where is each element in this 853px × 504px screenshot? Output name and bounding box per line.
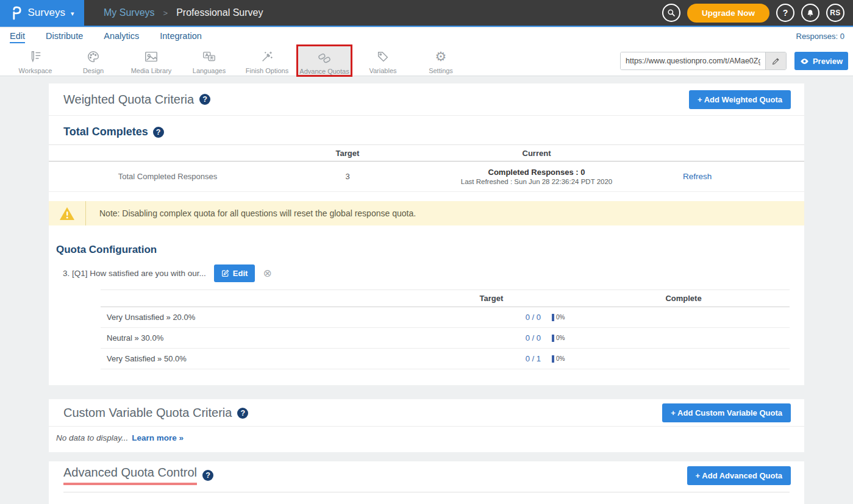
- toolbar-item-design[interactable]: Design: [65, 49, 121, 74]
- quota-row-progress: 0%: [541, 335, 577, 342]
- image-icon: [144, 50, 159, 63]
- quota-row-target: 0 / 1: [442, 354, 541, 363]
- upgrade-now-button[interactable]: Upgrade Now: [687, 4, 769, 23]
- total-completes-heading: Total Completes ?: [63, 126, 790, 138]
- gear-icon: ⚙: [435, 50, 447, 63]
- survey-url-input[interactable]: [621, 52, 765, 69]
- tag-icon: [376, 50, 390, 63]
- toolbar-item-advance-quotas[interactable]: Advance Quotas: [296, 44, 352, 77]
- refresh-link[interactable]: Refresh: [665, 172, 804, 181]
- learn-more-link[interactable]: Learn more »: [132, 433, 184, 442]
- quota-row-target: 0 / 0: [442, 333, 541, 343]
- quota-row-label: Very Unsatisfied » 20.0%: [101, 313, 442, 322]
- advanced-quota-title: Advanced Quota Control ?: [63, 466, 213, 485]
- toolbar-item-settings[interactable]: ⚙ Settings: [413, 49, 469, 74]
- custom-variable-help-icon[interactable]: ?: [237, 408, 248, 419]
- avatar[interactable]: RS: [826, 4, 844, 22]
- toolbar-label-advance-quotas: Advance Quotas: [299, 68, 349, 75]
- tab-distribute[interactable]: Distribute: [46, 31, 83, 43]
- edit-button-label: Edit: [233, 269, 248, 278]
- note-banner: Note: Disabling complex quota for all qu…: [49, 201, 804, 225]
- quota-row-very-unsatisfied: Very Unsatisfied » 20.0% 0 / 0 0%: [101, 307, 790, 328]
- weighted-quota-help-icon[interactable]: ?: [199, 94, 210, 105]
- tab-edit[interactable]: Edit: [10, 31, 25, 43]
- quota-question-row: 3. [Q1] How satisfied are you with our..…: [63, 264, 804, 282]
- topbar-actions: Upgrade Now ? RS: [662, 4, 853, 23]
- progress-percent: 0%: [556, 314, 565, 321]
- breadcrumb-separator-icon: >: [163, 9, 168, 18]
- breadcrumb-my-surveys[interactable]: My Surveys: [104, 7, 155, 18]
- total-completes-help-icon[interactable]: ?: [153, 127, 164, 138]
- quota-row-label: Neutral » 30.0%: [101, 333, 442, 343]
- edit-quota-button[interactable]: Edit: [214, 264, 255, 282]
- toolbar-item-variables[interactable]: Variables: [355, 49, 411, 74]
- toolbar-label-workspace: Workspace: [19, 67, 52, 74]
- toolbar-item-languages[interactable]: Languages: [181, 49, 237, 74]
- current-value-cell: Completed Responses : 0 Last Refreshed :…: [409, 168, 665, 185]
- tab-integration[interactable]: Integration: [160, 31, 202, 43]
- surveys-menu-button[interactable]: Surveys ▾: [0, 0, 84, 26]
- quota-configuration-heading: Quota Configuration: [56, 244, 804, 256]
- weighted-quota-title-text: Weighted Quota Criteria: [63, 93, 194, 107]
- search-button[interactable]: [662, 4, 680, 22]
- target-column-header: Target: [287, 149, 409, 158]
- advanced-quota-card: Advanced Quota Control ? + Add Advanced …: [49, 461, 804, 504]
- toolbar-label-languages: Languages: [193, 67, 226, 74]
- custom-variable-quota-card: Custom Variable Quota Criteria ? + Add C…: [49, 399, 804, 452]
- bell-icon: [806, 9, 815, 18]
- edit-toolbar: Workspace Design Media Library Languages: [0, 46, 853, 76]
- progress-bar: [552, 335, 554, 342]
- quota-row-label: Very Satisfied » 50.0%: [101, 354, 442, 363]
- notifications-button[interactable]: [801, 4, 819, 22]
- weighted-quota-card: Weighted Quota Criteria ? + Add Weighted…: [49, 83, 804, 385]
- quota-configuration-table: Target Complete Very Unsatisfied » 20.0%…: [101, 289, 790, 369]
- quota-question-text: 3. [Q1] How satisfied are you with our..…: [63, 269, 206, 278]
- toolbar-label-design: Design: [83, 67, 104, 74]
- advanced-quota-header: Advanced Quota Control ? + Add Advanced …: [49, 461, 804, 489]
- chain-link-icon: [317, 52, 332, 65]
- preview-button[interactable]: Preview: [794, 52, 848, 70]
- add-advanced-quota-button[interactable]: + Add Advanced Quota: [687, 466, 791, 485]
- workspace-icon: [29, 50, 42, 63]
- warning-icon: [49, 207, 85, 221]
- progress-bar: [552, 355, 554, 363]
- completed-responses-text: Completed Responses : 0: [409, 168, 665, 177]
- toolbar-item-finish-options[interactable]: Finish Options: [239, 49, 295, 74]
- add-weighted-quota-button[interactable]: + Add Weighted Quota: [689, 90, 791, 109]
- total-completed-responses-label: Total Completed Responses: [49, 172, 287, 181]
- toolbar-item-media-library[interactable]: Media Library: [123, 49, 179, 74]
- toolbar-label-settings: Settings: [429, 67, 453, 74]
- tab-analytics[interactable]: Analytics: [104, 31, 139, 43]
- progress-percent: 0%: [556, 355, 565, 362]
- progress-bar: [552, 314, 554, 321]
- target-value: 3: [287, 172, 409, 181]
- survey-url-field: [620, 52, 787, 70]
- edit-pencil-icon: [221, 269, 229, 277]
- no-data-row: No data to display... Learn more »: [56, 433, 804, 442]
- chevron-down-icon: ▾: [71, 10, 74, 18]
- edit-url-button[interactable]: [765, 52, 786, 69]
- add-custom-variable-quota-button[interactable]: + Add Custom Variable Quota: [662, 403, 791, 422]
- weighted-quota-title: Weighted Quota Criteria ?: [63, 93, 210, 107]
- pencil-icon: [772, 57, 780, 65]
- question-icon: ?: [783, 8, 788, 18]
- quota-row-progress: 0%: [541, 314, 577, 321]
- progress-percent: 0%: [556, 335, 565, 341]
- total-completes-header-row: Target Current: [49, 144, 804, 161]
- remove-quota-icon[interactable]: ⊗: [263, 268, 271, 279]
- toolbar-label-finish-options: Finish Options: [246, 67, 288, 74]
- quota-row-very-satisfied: Very Satisfied » 50.0% 0 / 1 0%: [101, 349, 790, 369]
- total-completes-title-text: Total Completes: [63, 126, 148, 138]
- quota-row-target: 0 / 0: [442, 313, 541, 322]
- advanced-quota-help-icon[interactable]: ?: [202, 470, 213, 481]
- custom-variable-title-text: Custom Variable Quota Criteria: [63, 406, 232, 420]
- questionpro-logo: [10, 5, 23, 20]
- no-data-text: No data to display...: [56, 433, 128, 442]
- toolbar-label-media-library: Media Library: [131, 67, 172, 74]
- responses-count: Responses: 0: [796, 32, 845, 41]
- toolbar-item-workspace[interactable]: Workspace: [7, 49, 63, 74]
- survey-tab-bar: Edit Distribute Analytics Integration Re…: [0, 28, 853, 46]
- help-button[interactable]: ?: [776, 4, 794, 22]
- wand-icon: [260, 50, 274, 63]
- quota-table-header-row: Target Complete: [101, 289, 790, 307]
